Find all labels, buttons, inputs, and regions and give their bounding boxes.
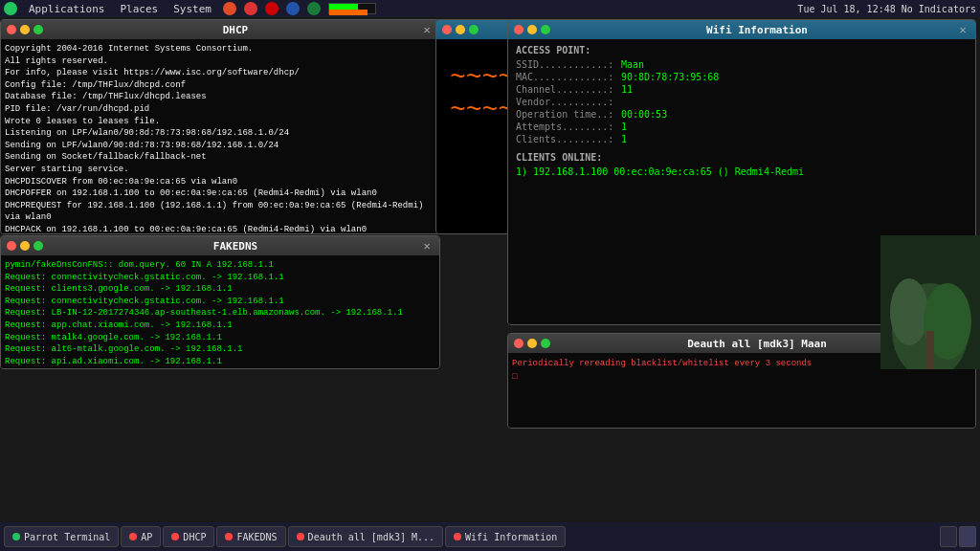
app-icon-2[interactable] bbox=[265, 2, 278, 15]
svg-point-2 bbox=[890, 278, 928, 345]
fakedns-max-btn[interactable] bbox=[33, 241, 43, 251]
wifi-attempts-value: 1 bbox=[621, 121, 627, 132]
parrot-win-buttons bbox=[442, 25, 479, 34]
taskbar-parrot-terminal[interactable]: Parrot Terminal bbox=[4, 526, 119, 547]
fakedns-close-btn[interactable] bbox=[7, 241, 16, 251]
taskbar-wifi-info-label: Wifi Information bbox=[465, 532, 557, 542]
menubar-right: Tue Jul 18, 12:48 No Indicators bbox=[797, 4, 976, 14]
app-icon-4[interactable] bbox=[307, 2, 321, 15]
wifi-ap-title: ACCESS POINT: bbox=[516, 45, 968, 55]
datetime-display: Tue Jul 18, 12:48 bbox=[797, 4, 895, 14]
menubar: Applications Places System Tue Jul 18, 1… bbox=[0, 0, 980, 17]
app-icon-3[interactable] bbox=[286, 2, 300, 15]
wifi-clients-online-title: CLIENTS ONLINE: bbox=[516, 152, 968, 163]
parrot-min-btn[interactable] bbox=[456, 25, 465, 34]
wifi-title: Wifi Information bbox=[558, 24, 956, 36]
wifi-clients-row: Clients.........: 1 bbox=[516, 134, 968, 144]
wifi-channel-value: 11 bbox=[621, 84, 633, 95]
svg-rect-4 bbox=[926, 331, 934, 369]
deauth-content: Periodically rereading blacklist/whiteli… bbox=[512, 359, 812, 368]
parrot-max-btn[interactable] bbox=[469, 25, 479, 34]
cpu-monitor bbox=[328, 3, 376, 14]
fakedns-title: FAKEDNS bbox=[51, 240, 420, 253]
wifi-channel-label: Channel.........: bbox=[516, 84, 621, 95]
taskbar-dhcp-label: DHCP bbox=[183, 532, 206, 542]
wifi-max-btn[interactable] bbox=[541, 25, 550, 34]
wifi-clients-value: 1 bbox=[621, 134, 627, 144]
wifi-mac-row: MAC.............: 90:8D:78:73:95:68 bbox=[516, 72, 968, 82]
dhcp-close-right[interactable]: ✕ bbox=[420, 23, 434, 36]
dhcp-close-btn[interactable] bbox=[7, 25, 16, 34]
wifi-mac-label: MAC.............: bbox=[516, 72, 621, 82]
fakedns-dot bbox=[225, 533, 233, 540]
deauth-close-btn[interactable] bbox=[514, 339, 523, 348]
dhcp-max-btn[interactable] bbox=[33, 25, 43, 34]
wifi-win-buttons bbox=[514, 25, 550, 34]
wifi-access-point-section: ACCESS POINT: SSID............: Maan MAC… bbox=[516, 45, 968, 144]
taskbar-deauth[interactable]: Deauth all [mdk3] M... bbox=[288, 526, 443, 547]
parrot-logo-icon bbox=[4, 2, 17, 15]
wifi-min-btn[interactable] bbox=[527, 25, 537, 34]
wifi-operation-label: Operation time..: bbox=[516, 109, 621, 120]
wifi-operation-value: 00:00:53 bbox=[621, 109, 667, 120]
deauth-cursor: □ bbox=[512, 372, 517, 382]
wifi-info-dot bbox=[454, 533, 461, 540]
fakedns-win-buttons bbox=[7, 241, 43, 251]
menu-applications[interactable]: Applications bbox=[25, 3, 108, 15]
wifi-client-entry: 1) 192.168.1.100 00:ec:0a:9e:ca:65 () Re… bbox=[516, 166, 968, 177]
dhcp-body: Copyright 2004-2016 Internet Systems Con… bbox=[1, 39, 439, 233]
fakedns-min-btn[interactable] bbox=[20, 241, 30, 251]
fakedns-close-right[interactable]: ✕ bbox=[420, 239, 434, 253]
fakedns-window: FAKEDNS ✕ pymin/fakeDnsConFNS:: dom.quer… bbox=[0, 235, 440, 369]
wifi-close-btn[interactable] bbox=[514, 25, 523, 34]
deauth-win-buttons bbox=[514, 339, 550, 348]
wifi-clients-online-section: CLIENTS ONLINE: 1) 192.168.1.100 00:ec:0… bbox=[516, 152, 968, 177]
app-icon-1[interactable] bbox=[244, 2, 257, 15]
dhcp-min-btn[interactable] bbox=[20, 25, 30, 34]
wifi-attempts-row: Attempts........: 1 bbox=[516, 121, 968, 132]
desktop: DHCP ✕ Copyright 2004-2016 Internet Syst… bbox=[0, 17, 980, 522]
fakedns-titlebar: FAKEDNS ✕ bbox=[1, 236, 439, 255]
dhcp-titlebar: DHCP ✕ bbox=[1, 20, 439, 39]
menu-system[interactable]: System bbox=[169, 3, 215, 15]
ap-dot bbox=[129, 533, 137, 540]
firefox-icon[interactable] bbox=[223, 2, 236, 15]
deauth-max-btn[interactable] bbox=[541, 339, 550, 348]
taskbar: Parrot Terminal AP DHCP FAKEDNS Deauth a… bbox=[0, 522, 980, 551]
wifi-attempts-label: Attempts........: bbox=[516, 121, 621, 132]
taskbar-dhcp[interactable]: DHCP bbox=[163, 526, 214, 547]
indicators-label: No Indicators bbox=[902, 4, 976, 14]
taskbar-fakedns[interactable]: FAKEDNS bbox=[216, 526, 285, 547]
nature-svg bbox=[880, 235, 980, 369]
deauth-dot bbox=[297, 533, 304, 540]
right-panel-image bbox=[880, 235, 980, 369]
taskbar-parrot-terminal-label: Parrot Terminal bbox=[24, 532, 110, 542]
wifi-vendor-row: Vendor..........: bbox=[516, 97, 968, 107]
wifi-channel-row: Channel.........: 11 bbox=[516, 84, 968, 95]
menu-places[interactable]: Places bbox=[116, 3, 162, 15]
taskbar-end-btn-1[interactable] bbox=[940, 526, 957, 547]
wifi-titlebar: Wifi Information ✕ bbox=[508, 20, 975, 39]
taskbar-end-btn-2[interactable] bbox=[959, 526, 976, 547]
dhcp-win-buttons bbox=[7, 25, 43, 34]
deauth-min-btn[interactable] bbox=[527, 339, 537, 348]
dhcp-title: DHCP bbox=[51, 24, 420, 36]
taskbar-wifi-info[interactable]: Wifi Information bbox=[445, 526, 566, 547]
wifi-close-right[interactable]: ✕ bbox=[956, 23, 969, 36]
menubar-left: Applications Places System bbox=[4, 2, 376, 15]
taskbar-deauth-label: Deauth all [mdk3] M... bbox=[308, 532, 434, 542]
wifi-operation-row: Operation time..: 00:00:53 bbox=[516, 109, 968, 120]
fakedns-body: pymin/fakeDnsConFNS:: dom.query. 60 IN A… bbox=[1, 255, 439, 368]
taskbar-ap-label: AP bbox=[141, 532, 152, 542]
wifi-ssid-value: Maan bbox=[621, 59, 644, 70]
dhcp-dot bbox=[171, 533, 179, 540]
wifi-clients-label: Clients.........: bbox=[516, 134, 621, 144]
taskbar-fakedns-label: FAKEDNS bbox=[236, 532, 277, 542]
parrot-close-btn[interactable] bbox=[442, 25, 452, 34]
wifi-ssid-row: SSID............: Maan bbox=[516, 59, 968, 70]
wifi-mac-value: 90:8D:78:73:95:68 bbox=[621, 72, 719, 82]
wifi-vendor-label: Vendor..........: bbox=[516, 97, 621, 107]
dhcp-window: DHCP ✕ Copyright 2004-2016 Internet Syst… bbox=[0, 19, 440, 234]
taskbar-ap[interactable]: AP bbox=[121, 526, 161, 547]
parrot-terminal-dot bbox=[12, 533, 20, 540]
